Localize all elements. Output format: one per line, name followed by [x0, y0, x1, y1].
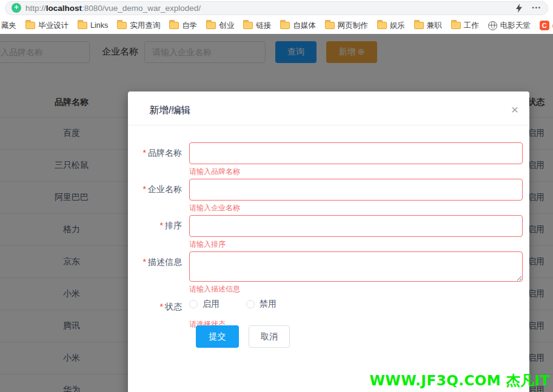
field-label-text: 状态 [165, 302, 182, 311]
address-bar[interactable]: + http://localhost:8080/vue_demo_war_exp… [5, 1, 548, 15]
bookmark-label: 毕业设计 [38, 21, 69, 31]
bookmark-item[interactable]: 电影天堂 [488, 21, 531, 31]
modal-header: 新增/编辑 × [128, 91, 529, 125]
field-error: 请输入排序 [189, 237, 523, 248]
field-content: 启用 禁用 请选择状态 [189, 296, 523, 321]
bookmark-item[interactable]: Links [78, 21, 108, 30]
bookmark-label: 自学 [182, 21, 197, 31]
bookmark-item[interactable]: 兼职 [414, 21, 442, 31]
folder-icon [78, 22, 87, 29]
address-bar-icons: ••• [515, 4, 541, 13]
bookmark-item[interactable]: 自学 [169, 21, 197, 31]
bookmark-label: 工作 [464, 21, 479, 31]
url-text[interactable]: http://localhost:8080/vue_demo_war_explo… [25, 4, 201, 13]
bookmark-label: 创业 [219, 21, 234, 31]
url-path: :8080/vue_demo_war_exploded/ [82, 4, 201, 13]
url-host: localhost [46, 4, 82, 13]
field-error: 请输入描述信息 [189, 282, 523, 293]
csdn-icon: C [540, 21, 549, 30]
folder-icon [25, 22, 35, 29]
form-item-status: *状态 启用 禁用 请选择状态 [135, 296, 523, 321]
bookmark-label: 自媒体 [293, 21, 316, 31]
globe-icon [488, 21, 497, 30]
bookmark-label: 兼职 [427, 21, 442, 31]
bookmark-label: 网页制作 [338, 21, 368, 31]
modal-actions: 提交 取消 [196, 325, 523, 348]
field-error: 请输入企业名称 [189, 201, 523, 211]
bookmarks-bar: 藏夹 毕业设计 Links 实用查询 自学 创业 链接 自媒体 网页制作 娱乐 … [0, 17, 553, 34]
folder-icon [280, 22, 290, 29]
sort-field[interactable] [189, 215, 523, 237]
bookmark-label: 电影天堂 [500, 21, 531, 31]
status-radio-group: 启用 禁用 [189, 296, 523, 310]
bookmark-item[interactable]: 实用查询 [117, 21, 160, 31]
field-label: *状态 [135, 296, 189, 321]
field-label: *品牌名称 [135, 142, 189, 175]
field-content: 请输入品牌名称 [189, 142, 523, 175]
folder-icon [117, 22, 127, 29]
field-label: *描述信息 [135, 251, 189, 293]
field-label: *排序 [135, 215, 189, 248]
bookmark-item[interactable]: 娱乐 [377, 21, 405, 31]
radio-disabled[interactable]: 禁用 [246, 299, 276, 310]
form-item-company-name: *企业名称 请输入企业名称 [135, 179, 523, 211]
field-label: *企业名称 [135, 179, 189, 211]
field-error: 请选择状态 [189, 310, 523, 321]
bookmark-label: 链接 [256, 21, 271, 31]
more-menu-icon[interactable]: ••• [532, 5, 541, 11]
radio-label: 启用 [203, 299, 220, 310]
browser-chrome: + http://localhost:8080/vue_demo_war_exp… [0, 0, 553, 17]
folder-icon [451, 22, 461, 29]
field-content: 请输入描述信息 [189, 251, 523, 293]
folder-icon [243, 22, 253, 29]
bookmark-label: 藏夹 [1, 21, 16, 31]
company-name-field[interactable] [189, 179, 523, 201]
form-item-brand-name: *品牌名称 请输入品牌名称 [135, 142, 523, 175]
folder-icon [325, 22, 335, 29]
field-error: 请输入品牌名称 [189, 164, 523, 175]
bookmark-item[interactable]: 创业 [206, 21, 234, 31]
folder-icon [169, 22, 179, 29]
close-icon[interactable]: × [511, 104, 518, 115]
lightning-icon[interactable] [515, 4, 523, 13]
field-label-text: 排序 [165, 221, 182, 230]
bookmark-item[interactable]: 毕业设计 [25, 21, 69, 31]
shield-plus-icon[interactable]: + [12, 3, 21, 13]
modal-title: 新增/编辑 [149, 104, 190, 117]
field-content: 请输入企业名称 [189, 179, 523, 211]
bookmark-item[interactable]: 自媒体 [280, 21, 316, 31]
field-label-text: 描述信息 [148, 257, 182, 267]
description-field[interactable] [189, 251, 523, 282]
required-asterisk: * [143, 148, 146, 158]
url-prefix: http:// [25, 4, 46, 13]
page-content: 企业名称 查询 新增⊕ 品牌名称 状态 百度启用 三只松鼠启用 阿里巴巴启用 格… [0, 34, 553, 392]
cancel-button[interactable]: 取消 [249, 325, 290, 348]
field-label-text: 企业名称 [148, 184, 182, 194]
brand-name-field[interactable] [189, 142, 523, 164]
form-item-description: *描述信息 请输入描述信息 [135, 251, 523, 293]
bookmark-item[interactable]: 网页制作 [325, 21, 368, 31]
bookmark-item[interactable]: C(53条消 [540, 21, 553, 31]
bookmark-label: 娱乐 [390, 21, 405, 31]
form-item-sort: *排序 请输入排序 [135, 215, 523, 248]
required-asterisk: * [160, 302, 163, 311]
bookmark-item[interactable]: 链接 [243, 21, 271, 31]
submit-button[interactable]: 提交 [196, 325, 239, 348]
required-asterisk: * [160, 221, 163, 230]
required-asterisk: * [143, 257, 146, 267]
bookmark-label: Links [90, 21, 108, 30]
bookmark-item[interactable]: 藏夹 [1, 21, 16, 31]
add-edit-modal: 新增/编辑 × *品牌名称 请输入品牌名称 *企业名称 请输入企业名称 *排序 [128, 91, 529, 392]
watermark-text: WWW.JF3Q.COM 杰凡IT [369, 371, 550, 390]
field-content: 请输入排序 [189, 215, 523, 248]
bookmark-item[interactable]: 工作 [451, 21, 479, 31]
folder-icon [206, 22, 216, 29]
required-asterisk: * [143, 184, 146, 194]
radio-enabled[interactable]: 启用 [189, 299, 220, 310]
radio-label: 禁用 [260, 299, 276, 310]
folder-icon [377, 22, 387, 29]
folder-icon [414, 22, 424, 29]
modal-body: *品牌名称 请输入品牌名称 *企业名称 请输入企业名称 *排序 请输入排序 [128, 125, 529, 348]
bookmark-label: 实用查询 [130, 21, 160, 31]
radio-circle-icon [246, 300, 255, 308]
